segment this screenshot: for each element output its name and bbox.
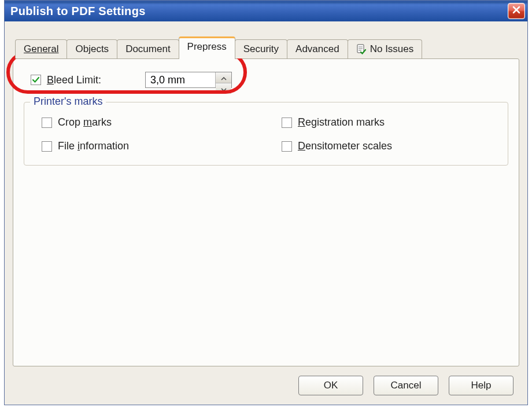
chevron-up-icon — [221, 72, 227, 83]
tab-label: Document — [125, 43, 170, 55]
tab-prepress[interactable]: Prepress — [179, 36, 235, 59]
registration-marks-item: Registration marks — [282, 116, 498, 129]
densitometer-scales-label[interactable]: Densitometer scales — [298, 140, 392, 152]
spinner-up-button[interactable] — [216, 72, 231, 83]
crop-marks-item: Crop marks — [42, 116, 258, 129]
help-button[interactable]: Help — [449, 376, 513, 395]
dialog-button-row: OK Cancel Help — [13, 366, 519, 397]
spinner-down-button[interactable] — [216, 83, 231, 94]
document-check-icon — [356, 44, 367, 54]
bleed-limit-spinner — [145, 72, 232, 88]
printers-marks-group: Printer's marks Crop marks Registration … — [24, 102, 508, 166]
bleed-limit-input[interactable] — [146, 72, 215, 87]
titlebar[interactable]: Publish to PDF Settings — [5, 1, 527, 21]
bleed-limit-row: Bleed Limit: — [24, 72, 508, 88]
tab-no-issues[interactable]: No Issues — [348, 39, 423, 58]
densitometer-scales-item: Densitometer scales — [282, 140, 498, 152]
bleed-limit-checkbox[interactable] — [31, 75, 41, 85]
tabstrip: General Objects Document Prepress Securi… — [15, 36, 519, 58]
tab-panel-prepress: Bleed Limit: Printer's marks — [13, 58, 519, 366]
file-information-label[interactable]: File information — [58, 140, 129, 152]
dialog-window: Publish to PDF Settings General Objects … — [4, 0, 528, 405]
tab-general[interactable]: General — [15, 39, 67, 58]
close-button[interactable] — [508, 3, 525, 19]
tab-document[interactable]: Document — [117, 39, 179, 58]
group-title: Printer's marks — [30, 96, 106, 108]
tab-label: Prepress — [187, 41, 227, 53]
spinner-buttons — [215, 72, 231, 87]
tab-advanced[interactable]: Advanced — [287, 39, 348, 58]
chevron-down-icon — [221, 83, 227, 94]
dialog-content: General Objects Document Prepress Securi… — [5, 21, 527, 405]
registration-marks-checkbox[interactable] — [282, 118, 292, 128]
tab-objects[interactable]: Objects — [66, 39, 117, 58]
tab-label: Objects — [75, 43, 109, 55]
tab-label: Advanced — [295, 43, 339, 55]
tab-label: Security — [243, 43, 279, 55]
file-information-item: File information — [42, 140, 258, 152]
tab-security[interactable]: Security — [235, 39, 287, 58]
checkbox-grid: Crop marks Registration marks File infor… — [34, 113, 498, 152]
tab-label: General — [24, 43, 58, 55]
close-icon — [512, 5, 521, 17]
crop-marks-label[interactable]: Crop marks — [58, 116, 112, 129]
densitometer-scales-checkbox[interactable] — [282, 141, 292, 152]
registration-marks-label[interactable]: Registration marks — [298, 116, 385, 129]
bleed-limit-label[interactable]: Bleed Limit: — [47, 74, 101, 86]
tab-label: No Issues — [370, 43, 414, 55]
window-title: Publish to PDF Settings — [10, 5, 146, 18]
ok-button[interactable]: OK — [298, 376, 363, 395]
cancel-button[interactable]: Cancel — [374, 376, 438, 395]
crop-marks-checkbox[interactable] — [42, 118, 52, 128]
file-information-checkbox[interactable] — [42, 141, 52, 152]
